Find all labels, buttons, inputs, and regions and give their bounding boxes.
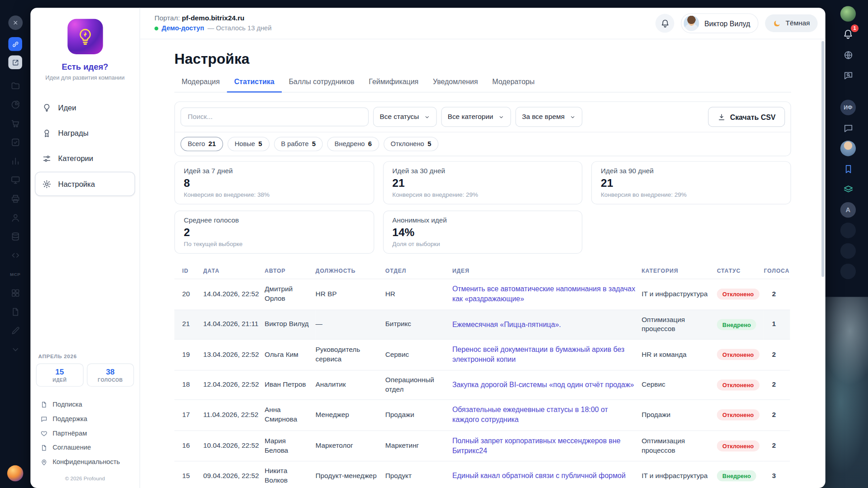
dock-chat-search-button[interactable] bbox=[840, 67, 856, 83]
dock-printer-item[interactable] bbox=[7, 190, 24, 208]
dock-avatar[interactable] bbox=[840, 264, 856, 279]
tab[interactable]: Статистика bbox=[227, 77, 282, 92]
dock-chart-item[interactable] bbox=[7, 152, 24, 171]
sidebar-item-label: Награды bbox=[58, 129, 89, 137]
dock-notifications-bell[interactable]: 1 bbox=[840, 27, 856, 42]
cell-author: Виктор Вилуд bbox=[265, 310, 316, 340]
dock-avatar[interactable] bbox=[840, 6, 856, 21]
sidebar: Есть идея? Идеи для развития компании Ид… bbox=[30, 8, 140, 488]
dock-monitor-item[interactable] bbox=[7, 171, 24, 190]
dock-db-item[interactable] bbox=[7, 227, 24, 246]
dock-avatar[interactable]: ИФ bbox=[840, 99, 856, 115]
footer-link[interactable]: Соглашение bbox=[36, 441, 134, 454]
dock-avatar[interactable] bbox=[840, 141, 856, 156]
idea-link[interactable]: Полный запрет корпоративных мессенджеров… bbox=[452, 436, 621, 455]
idea-link[interactable]: Обязательные ежедневные статусы в 18:00 … bbox=[452, 406, 608, 424]
month-stat-label: ГОЛОСОВ bbox=[88, 377, 132, 383]
assistant-avatar[interactable] bbox=[7, 465, 23, 482]
sidebar-item[interactable]: Настройка bbox=[35, 172, 135, 196]
idea-link[interactable]: Закупка дорогой BI-системы «под один отч… bbox=[452, 380, 634, 389]
column-header[interactable]: ID bbox=[175, 263, 204, 279]
dock-avatar[interactable] bbox=[840, 223, 856, 238]
column-header[interactable]: КАТЕГОРИЯ bbox=[641, 263, 716, 279]
footer-link[interactable]: Конфиденциальность bbox=[36, 455, 134, 469]
dock-check-item[interactable] bbox=[7, 133, 24, 152]
idea-link[interactable]: Единый канал обратной связи с публичной … bbox=[452, 471, 626, 479]
stat-card-caption: Конверсия во внедрение: 29% bbox=[601, 191, 782, 198]
close-button[interactable] bbox=[8, 15, 23, 30]
dock-grid-item[interactable] bbox=[7, 284, 24, 303]
idea-row[interactable]: 1812.04.2026, 22:52Иван ПетровАналитикОп… bbox=[175, 370, 790, 400]
idea-row[interactable]: 1913.04.2026, 22:52Ольга КимРуководитель… bbox=[175, 339, 790, 370]
tab[interactable]: Баллы сотрудников bbox=[281, 77, 361, 92]
dock-pie-item[interactable] bbox=[7, 95, 24, 114]
stat-card-caption: Конверсия во внедрение: 38% bbox=[184, 191, 365, 198]
column-header[interactable]: ГОЛОСА bbox=[764, 263, 790, 279]
column-header[interactable]: ДОЛЖНОСТЬ bbox=[316, 263, 385, 279]
sidebar-item[interactable]: Идеи bbox=[35, 95, 135, 120]
filter-selects: Все статусыВсе категорииЗа все время bbox=[373, 107, 583, 127]
cell-author: Иван Петров bbox=[265, 370, 316, 400]
dock-cart-item[interactable] bbox=[7, 114, 24, 133]
idea-row[interactable]: 2014.04.2026, 22:52Дмитрий ОрловHR BPHRО… bbox=[175, 279, 790, 310]
status-filter-chip[interactable]: В работе5 bbox=[274, 137, 323, 152]
filter-select[interactable]: За все время bbox=[515, 107, 582, 127]
pencil-icon bbox=[10, 326, 20, 336]
notification-badge: 1 bbox=[851, 24, 859, 32]
theme-toggle-button[interactable]: Тёмная bbox=[765, 14, 818, 32]
idea-row[interactable]: 2114.04.2026, 21:11Виктор Вилуд—БитриксЕ… bbox=[175, 310, 790, 340]
scrollbar-thumb[interactable] bbox=[821, 41, 824, 277]
filter-select[interactable]: Все статусы bbox=[373, 107, 436, 127]
search-input[interactable] bbox=[180, 108, 369, 127]
dock-pencil-item[interactable] bbox=[7, 321, 24, 340]
download-csv-button[interactable]: Скачать CSV bbox=[708, 107, 785, 127]
footer-link[interactable]: Поддержка bbox=[36, 412, 134, 425]
open-external-tile[interactable] bbox=[8, 55, 22, 69]
sidebar-item[interactable]: Награды bbox=[35, 121, 135, 145]
stat-card-value: 14% bbox=[392, 226, 573, 239]
status-filter-chip[interactable]: Всего21 bbox=[180, 137, 223, 152]
dock-code-item[interactable] bbox=[7, 246, 24, 265]
dock-avatar[interactable]: А bbox=[840, 202, 856, 218]
idea-row[interactable]: 1711.04.2026, 22:52Анна СмирноваМенеджер… bbox=[175, 400, 790, 431]
cell-position: Менеджер bbox=[316, 400, 385, 431]
idea-link[interactable]: Перенос всей документации в бумажный арх… bbox=[452, 345, 625, 364]
notifications-button[interactable] bbox=[655, 14, 674, 33]
status-filter-chip[interactable]: Внедрено6 bbox=[327, 137, 379, 152]
tab[interactable]: Геймификация bbox=[361, 77, 426, 92]
demo-access-link[interactable]: Демо-доступ bbox=[161, 24, 204, 32]
footer-link-label: Подписка bbox=[52, 400, 82, 408]
column-header[interactable]: ОТДЕЛ bbox=[385, 263, 452, 279]
dock-chat-button[interactable] bbox=[840, 120, 856, 136]
main-area: Портал: pf-demo.bitrix24.ru Демо-доступ … bbox=[140, 8, 825, 488]
footer-link[interactable]: Подписка bbox=[36, 398, 134, 411]
active-app-tile[interactable] bbox=[8, 37, 22, 51]
dock-avatar[interactable] bbox=[840, 243, 856, 259]
idea-row[interactable]: 1509.04.2026, 22:52Никита ВолковПродукт-… bbox=[175, 461, 790, 488]
dock-doc-item[interactable] bbox=[7, 303, 24, 322]
filter-select[interactable]: Все категории bbox=[441, 107, 511, 127]
tab[interactable]: Модерация bbox=[175, 77, 227, 92]
dock-globe-button[interactable] bbox=[840, 47, 856, 62]
tab[interactable]: Уведомления bbox=[426, 77, 485, 92]
dock-user-item[interactable] bbox=[7, 208, 24, 227]
idea-link[interactable]: Ежемесячная «Пицца-пятница». bbox=[452, 320, 561, 328]
user-menu-button[interactable]: Виктор Вилуд bbox=[681, 13, 759, 33]
column-header[interactable]: АВТОР bbox=[265, 263, 316, 279]
column-header[interactable]: ДАТА bbox=[203, 263, 265, 279]
status-filter-chip[interactable]: Новые5 bbox=[228, 137, 270, 152]
dock-folder-item[interactable] bbox=[7, 76, 24, 95]
dock-layers-button[interactable] bbox=[840, 182, 856, 197]
dock-chevron-item[interactable] bbox=[7, 340, 24, 359]
status-filter-chip[interactable]: Отклонено5 bbox=[384, 137, 439, 152]
footer-link[interactable]: Партнёрам bbox=[36, 426, 134, 440]
idea-row[interactable]: 1610.04.2026, 22:52Мария БеловаМаркетоло… bbox=[175, 431, 790, 461]
column-header[interactable]: ИДЕЯ bbox=[452, 263, 642, 279]
tab[interactable]: Модераторы bbox=[485, 77, 541, 92]
dock-bookmark-button[interactable] bbox=[840, 161, 856, 176]
gear-icon bbox=[42, 179, 52, 189]
dock-mcp-item[interactable]: МСР bbox=[7, 265, 24, 284]
column-header[interactable]: СТАТУС bbox=[717, 263, 764, 279]
sidebar-item[interactable]: Категории bbox=[35, 146, 135, 171]
idea-link[interactable]: Отменить все автоматические напоминания … bbox=[452, 285, 636, 303]
